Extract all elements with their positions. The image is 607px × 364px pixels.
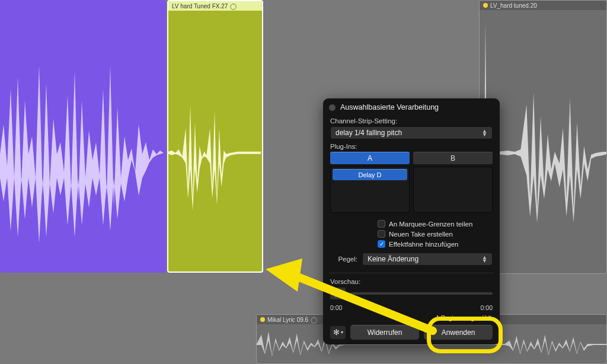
selection-processing-panel[interactable]: Auswahlbasierte Verarbeitung Channel-Str… [323,98,500,344]
preview-progress[interactable] [350,292,493,295]
checkbox-fxflag[interactable]: ✓ [378,240,385,248]
checkbox-newtake-label: Neuen Take erstellen [389,231,453,238]
chevron-updown-icon: ▲▼ [482,129,487,136]
plugin-tab-a[interactable]: A [330,152,410,164]
region-header: LV_hard tuned.20 [480,1,606,10]
region-color-dot-icon [483,3,488,8]
pegel-select[interactable]: Keine Änderung ▲▼ [362,253,493,266]
region-label: Mikal Lyric 09.6 [267,317,308,323]
preview-time-end: 0:00 [481,304,493,311]
speaker-icon: 🔈 [334,289,343,298]
plugins-label: Plug-Ins: [330,143,493,150]
svg-marker-1 [266,258,302,292]
audio-region-olive-selected[interactable]: LV hard Tuned FX.27 ◯ [167,0,263,273]
checkbox-marquee[interactable] [378,220,385,228]
plugin-list-b[interactable] [413,167,493,213]
channel-strip-label: Channel-Strip-Setting: [330,117,493,124]
settings-menu-button[interactable]: ✻▾ [330,326,346,339]
preview-label: Vorschau: [330,278,493,285]
divider [329,273,494,273]
panel-titlebar[interactable]: Auswahlbasierte Verarbeitung [323,98,500,115]
pegel-label: Pegel: [330,256,357,263]
selection-status: 1 Region ausgewählt [323,311,500,321]
loop-icon: ◯ [230,3,237,9]
pegel-value: Keine Änderung [368,255,418,263]
gear-icon: ✻ [333,328,340,337]
apply-button[interactable]: Anwenden [424,325,493,340]
preview-play-button[interactable]: 🔈 [330,288,346,299]
channel-strip-select[interactable]: delay 1/4 falling pitch ▲▼ [330,126,493,139]
chevron-down-icon: ▾ [341,330,343,335]
region-label: LV_hard tuned.20 [490,2,537,9]
preview-time-start: 0:00 [330,304,342,311]
region-color-dot-icon [260,317,265,322]
panel-title: Auswahlbasierte Verarbeitung [340,103,439,111]
region-label: LV hard Tuned FX.27 [172,3,228,9]
audio-region-purple[interactable] [0,0,166,273]
checkbox-marquee-label: An Marquee-Grenzen teilen [389,221,472,228]
chevron-updown-icon: ▲▼ [482,256,487,263]
checkbox-fxflag-label: Effektfahne hinzufügen [389,241,458,248]
channel-strip-value: delay 1/4 falling pitch [336,129,402,137]
undo-button[interactable]: Widerrufen [350,325,419,340]
plugin-chip-delay[interactable]: Delay D [333,169,407,180]
close-icon[interactable] [329,104,336,111]
loop-icon: ◯ [311,317,317,323]
plugin-list-a[interactable]: Delay D [330,167,410,213]
plugin-tab-b[interactable]: B [413,152,493,164]
checkbox-newtake[interactable] [378,230,385,238]
region-header: LV hard Tuned FX.27 ◯ [168,1,262,11]
